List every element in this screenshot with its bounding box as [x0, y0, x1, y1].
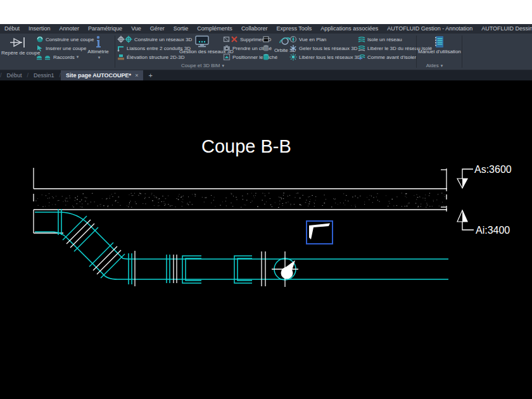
- gear-teal-icon: [125, 35, 132, 43]
- panel-label-aides[interactable]: Aides▾: [412, 62, 457, 69]
- style-cylinder-button[interactable]: [262, 44, 270, 53]
- menu-annoter[interactable]: Annoter: [55, 24, 84, 34]
- altimetrie-dropdown-icon: ▾: [98, 55, 101, 60]
- slab-lines: [34, 168, 474, 233]
- manuel-d-utilisation-label: Manuel d'utilisation: [418, 49, 460, 54]
- raccords-label: Raccords: [53, 54, 75, 60]
- panel-dropdown-icon: ▾: [222, 63, 224, 68]
- snowflake-icon: [289, 44, 297, 52]
- panel-label-aides-text: Aides: [426, 63, 439, 68]
- menu-insertion[interactable]: Insertion: [24, 24, 55, 34]
- place-snapshot-icon: [223, 53, 231, 61]
- insert-section-icon: [36, 44, 44, 52]
- raccords-dropdown-icon: ▾: [77, 54, 79, 60]
- gear-icon: [117, 35, 125, 43]
- layers-unlock-icon: [358, 44, 365, 52]
- camera-icon: [223, 44, 231, 52]
- menu-debut[interactable]: Début: [0, 24, 24, 34]
- cliche-selection-box[interactable]: [307, 221, 332, 244]
- menu-complements[interactable]: Compléments: [193, 24, 237, 34]
- menu-parametrique[interactable]: Paramétrique: [84, 24, 127, 34]
- elevation-structure-label: Élévation structure 2D-3D: [127, 54, 185, 60]
- build-section-icon: [36, 35, 44, 43]
- top-margin: [0, 0, 532, 24]
- file-tab-bar: / Début / Dessin1 / Site page AUTOCOUPE*…: [0, 70, 532, 80]
- app-window: Début Insertion Annoter Paramétrique Vue…: [0, 0, 532, 399]
- altimetrie-button[interactable]: Altimétrie ▾: [83, 34, 113, 68]
- fitting-icon: [36, 53, 44, 61]
- dim-label-lower: Ai:3400: [476, 225, 510, 236]
- ribbon: Repère de coupe Construire une coupe Ins…: [0, 34, 532, 70]
- cylinder-teal-icon: [262, 53, 270, 61]
- menu-collaborer[interactable]: Collaborer: [237, 24, 272, 34]
- plan-view-icon: [289, 35, 297, 43]
- visual-style-column: [262, 35, 270, 61]
- panel-label-coupe-3d-bim-text: Coupe et 3D BIM: [181, 63, 220, 68]
- spiral-notebook-icon: [433, 35, 445, 48]
- liberer-tous-les-reseaux-label: Libérer tous les réseaux 3D: [299, 54, 361, 60]
- style-cylinder-teal-button[interactable]: [262, 53, 270, 61]
- vue-column: Vue en Plan Geler tous les réseaux 3D Li…: [289, 35, 361, 61]
- file-tab-dessin1[interactable]: Dessin1: [28, 70, 60, 80]
- concrete-hatch: [35, 193, 445, 208]
- sun-icon: [289, 53, 297, 61]
- layers-icon: [358, 35, 365, 43]
- menu-gerer[interactable]: Gérer: [146, 24, 169, 34]
- style-box-button[interactable]: [262, 35, 270, 44]
- dim-label-upper: As:3600: [474, 164, 512, 175]
- cylinder-icon: [262, 44, 270, 52]
- geler-tous-les-reseaux-label: Geler tous les réseaux 3D: [299, 46, 358, 51]
- drawing-canvas[interactable]: Coupe B-B: [0, 80, 532, 399]
- altitude-info-icon: [92, 35, 104, 48]
- gestion-des-reseaux-3d-label: Gestion des réseaux 3D: [179, 49, 225, 54]
- menu-applications-associees[interactable]: Applications associées: [316, 24, 383, 34]
- repere-de-coupe-button[interactable]: Repère de coupe: [1, 34, 35, 68]
- drawing-title: Coupe B-B: [201, 136, 291, 156]
- section-drawing: Coupe B-B: [0, 80, 532, 399]
- cliche-thumbnail-shape: [309, 224, 330, 240]
- ribbon-separator: [115, 35, 115, 68]
- geler-tous-les-reseaux-button[interactable]: Geler tous les réseaux 3D: [289, 44, 361, 53]
- duct-link-icon: [117, 44, 125, 52]
- panel-label-coupe-3d-bim[interactable]: Coupe et 3D BIM▾: [158, 62, 247, 69]
- liberer-tous-les-reseaux-button[interactable]: Libérer tous les réseaux 3D: [289, 53, 361, 61]
- level-markers: [457, 179, 467, 222]
- menu-autofluid-gestion[interactable]: AUTOFLUID Gestion - Annotation: [383, 24, 477, 34]
- box-3d-icon: [262, 35, 270, 43]
- close-tab-icon[interactable]: ×: [135, 72, 138, 79]
- new-tab-button[interactable]: +: [143, 72, 157, 79]
- menu-express-tools[interactable]: Express Tools: [272, 24, 316, 34]
- network-monitor-icon: [194, 35, 210, 48]
- repere-de-coupe-label: Repère de coupe: [1, 50, 35, 56]
- file-tab-site-page-autocoupe-label: Site page AUTOCOUPE*: [66, 72, 131, 79]
- vue-en-plan-button[interactable]: Vue en Plan: [289, 35, 361, 44]
- layers-restore-icon: [358, 53, 365, 61]
- altimetrie-label: Altimétrie: [83, 49, 113, 54]
- comme-avant-d-isoler-label: Comme avant d'isoler: [367, 54, 416, 60]
- structure-elevation-icon: [117, 53, 125, 61]
- ribbon-separator: [462, 35, 462, 68]
- file-tab-site-page-autocoupe[interactable]: Site page AUTOCOUPE*×: [61, 70, 143, 80]
- menu-sortie[interactable]: Sortie: [169, 24, 193, 34]
- object-3d-icon: [223, 35, 231, 43]
- file-tab-debut[interactable]: Début: [2, 70, 27, 80]
- vue-en-plan-label: Vue en Plan: [299, 37, 326, 42]
- section-cut-marker-icon: [9, 35, 28, 49]
- panel-dropdown-icon: ▾: [441, 63, 443, 68]
- fitting2-icon: [44, 53, 51, 61]
- red-x-icon: [231, 35, 238, 43]
- menu-autofluid-dessin[interactable]: AUTOFLUID Dessin: [477, 24, 532, 34]
- menu-bar: Début Insertion Annoter Paramétrique Vue…: [0, 24, 532, 34]
- duct-outline: [35, 209, 448, 284]
- menu-vue[interactable]: Vue: [127, 24, 146, 34]
- inserer-une-coupe-label: Insérer une coupe: [46, 46, 87, 51]
- isole-un-reseau-label: Isole un réseau: [367, 37, 402, 42]
